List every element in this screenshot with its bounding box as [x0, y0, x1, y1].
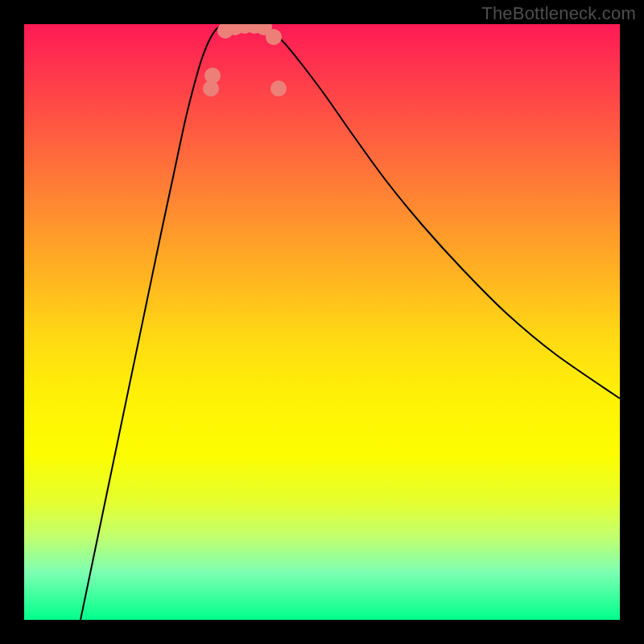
- outer-frame: TheBottleneck.com: [0, 0, 644, 644]
- watermark-text: TheBottleneck.com: [481, 3, 636, 24]
- marker-point: [266, 29, 282, 45]
- chart-svg: [24, 24, 620, 620]
- plot-area: [24, 24, 620, 620]
- curve-left-branch: [80, 24, 242, 620]
- curve-right-branch: [250, 24, 620, 398]
- marker-point: [204, 68, 221, 84]
- marker-point: [270, 80, 287, 97]
